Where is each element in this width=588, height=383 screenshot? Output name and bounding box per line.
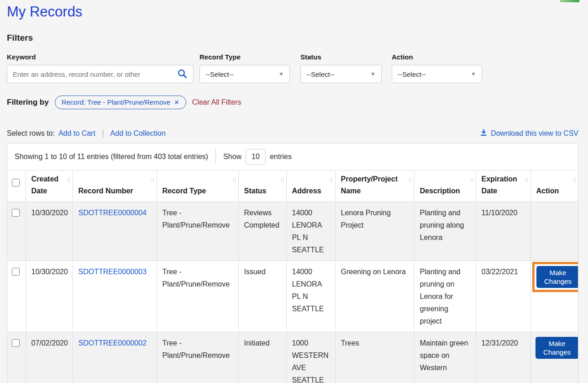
download-csv-label: Download this view to CSV bbox=[491, 129, 578, 138]
header-created-date: Created Date↑↓ bbox=[26, 170, 73, 202]
close-icon[interactable]: ✕ bbox=[174, 99, 179, 106]
expiration-date-cell: 03/22/2021 bbox=[476, 261, 530, 332]
page-title: My Records bbox=[7, 4, 578, 20]
keyword-label: Keyword bbox=[7, 53, 194, 61]
make-changes-button[interactable]: Make Changes bbox=[536, 266, 579, 288]
status-cell: Reviews Completed bbox=[238, 202, 286, 261]
add-to-cart-link[interactable]: Add to Cart bbox=[58, 129, 95, 138]
sort-icon[interactable]: ↑↓ bbox=[280, 174, 284, 186]
showing-entries-text: Showing 1 to 10 of 11 entries (filtered … bbox=[15, 153, 208, 161]
record-number-link[interactable]: SDOTTREE0000002 bbox=[79, 339, 147, 347]
property-project-cell: Trees bbox=[335, 332, 414, 383]
download-csv-link[interactable]: Download this view to CSV bbox=[480, 128, 578, 138]
action-cell: Make Changes bbox=[530, 332, 578, 383]
loading-bar-sliver bbox=[560, 0, 579, 2]
created-date-cell: 07/02/2020 bbox=[26, 332, 73, 383]
filter-chip-record-type[interactable]: Record: Tree - Plant/Prune/Remove ✕ bbox=[55, 96, 186, 109]
row-checkbox[interactable] bbox=[12, 268, 20, 276]
record-number-cell: SDOTTREE0000002 bbox=[73, 332, 157, 383]
toolbar-separator: | bbox=[102, 128, 104, 138]
row-checkbox[interactable] bbox=[12, 339, 20, 347]
expiration-date-cell: 11/10/2020 bbox=[476, 202, 530, 261]
action-label: Action bbox=[392, 53, 482, 61]
sort-icon[interactable]: ↑↓ bbox=[67, 174, 70, 186]
select-rows-label: Select rows to: bbox=[7, 129, 55, 138]
status-select[interactable]: --Select-- ▼ bbox=[300, 65, 382, 83]
rows-toolbar: Select rows to: Add to Cart | Add to Col… bbox=[7, 128, 578, 138]
table-row: 10/30/2020 SDOTTREE0000004 Tree - Plant/… bbox=[7, 202, 578, 261]
record-type-label: Record Type bbox=[200, 53, 290, 61]
header-property-project: Property/Project Name↑↓ bbox=[335, 170, 414, 202]
status-selected-value: --Select-- bbox=[306, 70, 335, 78]
action-select[interactable]: --Select-- ▼ bbox=[392, 65, 482, 83]
chevron-down-icon: ▼ bbox=[278, 71, 284, 77]
make-changes-button[interactable]: Make Changes bbox=[536, 337, 579, 359]
address-cell: 1000 WESTERN AVE SEATTLE bbox=[286, 332, 335, 383]
record-type-selected-value: --Select-- bbox=[205, 70, 234, 78]
filter-chip-text: Record: Tree - Plant/Prune/Remove bbox=[62, 98, 170, 106]
status-cell: Initiated bbox=[238, 332, 286, 383]
status-field-group: Status --Select-- ▼ bbox=[300, 53, 382, 83]
status-label: Status bbox=[300, 53, 382, 61]
sort-icon[interactable]: ↑↓ bbox=[329, 174, 332, 186]
record-number-cell: SDOTTREE0000003 bbox=[73, 261, 157, 332]
sort-icon[interactable]: ↑↓ bbox=[232, 174, 236, 186]
description-cell: Maintain green space on Western bbox=[414, 332, 476, 383]
header-action: Action↑↓ bbox=[530, 170, 578, 202]
created-date-cell: 10/30/2020 bbox=[26, 261, 73, 332]
search-icon bbox=[177, 68, 188, 80]
entries-label: entries bbox=[270, 153, 292, 161]
header-record-number: Record Number↑↓ bbox=[73, 170, 157, 202]
chevron-down-icon: ▼ bbox=[370, 71, 376, 77]
filters-heading: Filters bbox=[7, 33, 578, 43]
keyword-input[interactable] bbox=[13, 70, 176, 78]
show-entries-input[interactable] bbox=[246, 149, 266, 165]
expiration-date-cell: 12/31/2020 bbox=[476, 332, 530, 383]
action-field-group: Action --Select-- ▼ bbox=[392, 53, 482, 83]
description-cell: Planting and pruning on Lenora for green… bbox=[414, 261, 476, 332]
records-table: Created Date↑↓ Record Number↑↓ Record Ty… bbox=[7, 170, 578, 383]
created-date-cell: 10/30/2020 bbox=[26, 202, 73, 261]
sort-icon[interactable]: ↑↓ bbox=[572, 174, 575, 186]
header-record-type: Record Type↑↓ bbox=[157, 170, 238, 202]
record-type-cell: Tree - Plant/Prune/Remove bbox=[157, 332, 238, 383]
record-type-field-group: Record Type --Select-- ▼ bbox=[200, 53, 290, 83]
record-type-select[interactable]: --Select-- ▼ bbox=[200, 65, 290, 83]
action-cell bbox=[530, 202, 578, 261]
records-table-card: Showing 1 to 10 of 11 entries (filtered … bbox=[7, 143, 578, 383]
action-selected-value: --Select-- bbox=[398, 70, 426, 78]
status-cell: Issued bbox=[238, 261, 286, 332]
keyword-field-group: Keyword bbox=[7, 53, 194, 83]
header-status: Status↑↓ bbox=[238, 170, 286, 202]
record-number-cell: SDOTTREE0000004 bbox=[73, 202, 157, 261]
address-cell: 14000 LENORA PL N SEATTLE bbox=[286, 261, 335, 332]
record-type-cell: Tree - Plant/Prune/Remove bbox=[157, 202, 238, 261]
filters-row: Keyword Record Type --Select-- ▼ bbox=[7, 53, 578, 83]
add-to-collection-link[interactable]: Add to Collection bbox=[110, 129, 166, 138]
table-row: 07/02/2020 SDOTTREE0000002 Tree - Plant/… bbox=[7, 332, 578, 383]
download-icon bbox=[480, 128, 488, 138]
sort-icon[interactable]: ↑↓ bbox=[470, 174, 473, 186]
select-all-checkbox[interactable] bbox=[12, 179, 20, 186]
highlight-annotation: Make Changes bbox=[532, 262, 579, 292]
row-checkbox[interactable] bbox=[12, 209, 20, 217]
table-header-row: Created Date↑↓ Record Number↑↓ Record Ty… bbox=[7, 170, 578, 202]
show-label: Show bbox=[223, 153, 242, 161]
select-all-header-cell bbox=[7, 170, 26, 202]
description-cell: Planting and pruning along Lenora bbox=[414, 202, 476, 261]
header-description: Description↑↓ bbox=[414, 170, 476, 202]
clear-all-filters-link[interactable]: Clear All Filters bbox=[192, 98, 242, 106]
header-expiration-date: Expiration Date↑↓ bbox=[476, 170, 530, 202]
header-address: Address↑↓ bbox=[286, 170, 335, 202]
sort-icon[interactable]: ↑↓ bbox=[151, 174, 154, 186]
sort-icon[interactable]: ↑↓ bbox=[525, 174, 528, 186]
sort-icon[interactable]: ↑↓ bbox=[408, 174, 411, 186]
record-number-link[interactable]: SDOTTREE0000004 bbox=[79, 209, 147, 217]
info-separator bbox=[215, 149, 216, 165]
record-number-link[interactable]: SDOTTREE0000003 bbox=[79, 268, 147, 276]
section-divider bbox=[0, 120, 588, 120]
filtering-by-label: Filtering by bbox=[7, 98, 49, 107]
property-project-cell: Lenora Pruning Project bbox=[335, 202, 414, 261]
search-button[interactable] bbox=[176, 68, 189, 80]
table-row: 10/30/2020 SDOTTREE0000003 Tree - Plant/… bbox=[7, 261, 578, 332]
